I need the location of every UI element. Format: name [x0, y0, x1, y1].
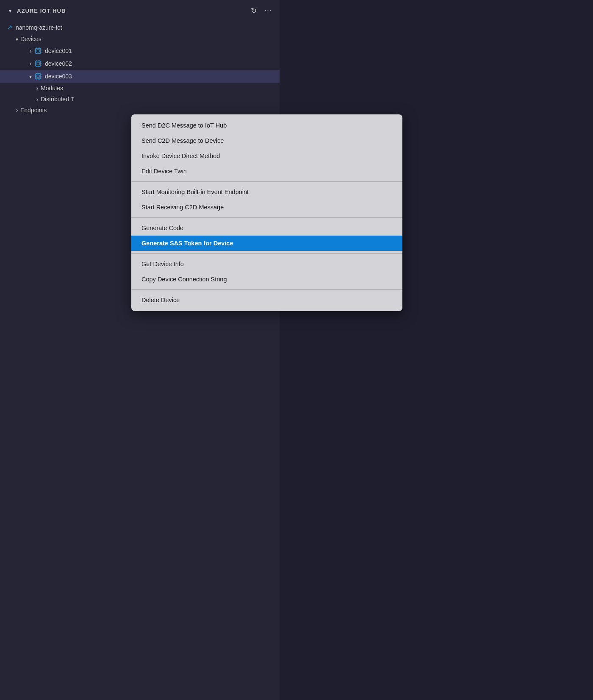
menu-send-d2c[interactable]: Send D2C Message to IoT Hub [131, 118, 402, 133]
menu-generate-sas[interactable]: Generate SAS Token for Device [131, 236, 402, 251]
menu-separator-3 [131, 253, 402, 254]
device002-chevron [27, 60, 34, 67]
device003-item[interactable]: device003 [0, 70, 280, 83]
sidebar-header-left: AZURE IOT HUB [7, 7, 66, 14]
modules-label: Modules [41, 85, 273, 92]
menu-copy-connection[interactable]: Copy Device Connection String [131, 272, 402, 287]
device002-label: device002 [45, 60, 273, 67]
menu-delete-device[interactable]: Delete Device [131, 292, 402, 308]
sidebar: AZURE IOT HUB ↻ ··· ↗ nanomq-azure-iot D… [0, 0, 280, 700]
menu-separator-2 [131, 217, 402, 218]
device001-chip-icon [34, 47, 42, 55]
modules-item[interactable]: Modules [0, 83, 280, 94]
sidebar-title: AZURE IOT HUB [17, 8, 66, 14]
svg-rect-15 [37, 62, 39, 65]
device001-chevron [27, 47, 34, 54]
svg-rect-29 [37, 75, 39, 78]
menu-separator-4 [131, 289, 402, 290]
distributed-chevron [34, 96, 41, 103]
menu-invoke-direct[interactable]: Invoke Device Direct Method [131, 148, 402, 164]
refresh-icon: ↻ [251, 6, 257, 15]
connection-item[interactable]: ↗ nanomq-azure-iot [0, 21, 280, 33]
modules-chevron [34, 85, 41, 92]
menu-get-device-info[interactable]: Get Device Info [131, 256, 402, 272]
menu-separator-1 [131, 181, 402, 182]
header-actions: ↻ ··· [249, 6, 273, 15]
device001-label: device001 [45, 47, 273, 54]
ellipsis-icon: ··· [264, 6, 272, 15]
svg-rect-0 [36, 48, 41, 53]
connection-icon: ↗ [7, 23, 12, 31]
svg-rect-1 [37, 50, 39, 52]
device002-chip-icon [34, 59, 42, 68]
device001-item[interactable]: device001 [0, 44, 280, 57]
sidebar-header: AZURE IOT HUB ↻ ··· [0, 0, 280, 21]
device003-chip-icon [34, 72, 42, 81]
connection-label: nanomq-azure-iot [16, 24, 273, 31]
context-menu: Send D2C Message to IoT Hub Send C2D Mes… [131, 114, 402, 311]
device003-label: device003 [45, 73, 273, 80]
menu-generate-code[interactable]: Generate Code [131, 220, 402, 236]
distributed-item[interactable]: Distributed T [0, 94, 280, 105]
menu-send-c2d[interactable]: Send C2D Message to Device [131, 133, 402, 148]
more-actions-button[interactable]: ··· [263, 6, 273, 15]
device002-item[interactable]: device002 [0, 57, 280, 70]
device003-chevron [27, 73, 34, 80]
endpoints-label: Endpoints [20, 107, 273, 114]
devices-chevron [14, 36, 20, 42]
refresh-button[interactable]: ↻ [249, 6, 258, 15]
endpoints-chevron [14, 107, 20, 114]
devices-group[interactable]: Devices [0, 33, 280, 44]
menu-start-receiving[interactable]: Start Receiving C2D Message [131, 200, 402, 215]
svg-rect-14 [36, 61, 41, 66]
svg-rect-28 [36, 74, 41, 79]
sidebar-collapse-chevron[interactable] [7, 7, 14, 14]
menu-start-monitoring[interactable]: Start Monitoring Built-in Event Endpoint [131, 184, 402, 200]
distributed-label: Distributed T [41, 96, 273, 103]
devices-label: Devices [20, 36, 273, 42]
menu-edit-twin[interactable]: Edit Device Twin [131, 164, 402, 179]
